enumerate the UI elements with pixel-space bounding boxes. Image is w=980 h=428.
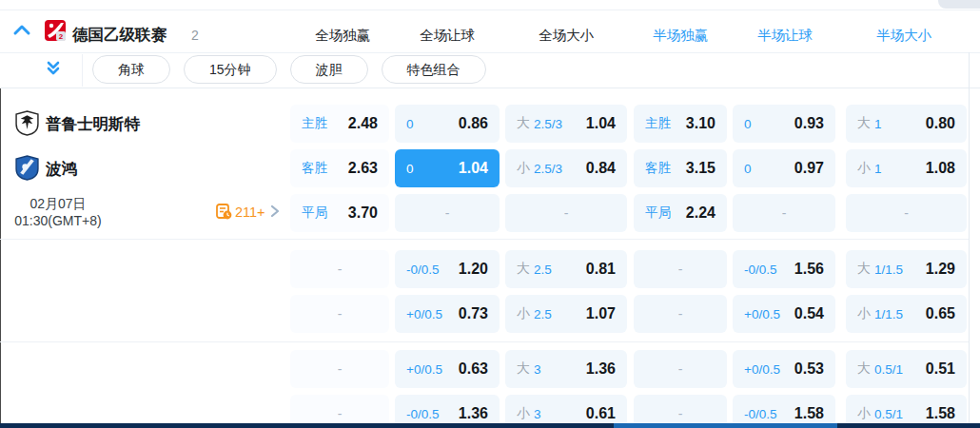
odds-line-label: -0/0.5 bbox=[744, 263, 777, 277]
empty-odds: - bbox=[678, 262, 683, 277]
odds-line-label: -0/0.5 bbox=[744, 407, 777, 421]
scrollbar-thumb[interactable] bbox=[614, 423, 837, 428]
odds-value: 3.15 bbox=[686, 160, 715, 177]
league-name: 德国乙级联赛 bbox=[72, 25, 167, 46]
market-filter-pills: 角球 15分钟 波胆 特色组合 bbox=[92, 55, 486, 84]
odds-line-label: 2.5/3 bbox=[534, 117, 562, 131]
scrollbar-top-cap bbox=[938, 0, 980, 9]
odds-cell-r0-c5[interactable]: 大10.80 bbox=[846, 105, 967, 143]
odds-cell-r5-c3: - bbox=[634, 350, 727, 388]
odds-cell-r3-c3: - bbox=[634, 250, 727, 288]
odds-value: 1.04 bbox=[459, 160, 488, 177]
odds-cell-r4-c1[interactable]: +0/0.50.73 bbox=[395, 295, 500, 333]
group-divider-1 bbox=[0, 239, 969, 240]
odds-value: 3.10 bbox=[686, 115, 715, 132]
odds-line-label: 2.5/3 bbox=[534, 162, 562, 176]
odds-value: 3.70 bbox=[348, 204, 378, 222]
odds-line-label: +0/0.5 bbox=[744, 307, 780, 321]
empty-odds: - bbox=[678, 306, 683, 321]
tab-full-time-1x2[interactable]: 全场独赢 bbox=[312, 27, 373, 45]
chevron-right-icon[interactable] bbox=[269, 204, 281, 218]
tab-half-time-handicap[interactable]: 半场让球 bbox=[755, 27, 815, 45]
odds-value: 1.08 bbox=[926, 160, 955, 177]
empty-odds: - bbox=[678, 361, 683, 377]
empty-odds: - bbox=[338, 361, 343, 377]
collapse-league-button[interactable] bbox=[11, 22, 32, 39]
odds-cell-r1-c4[interactable]: 00.97 bbox=[733, 149, 835, 187]
odds-cell-r4-c2[interactable]: 小2.51.07 bbox=[505, 295, 627, 333]
filter-correct-score[interactable]: 波胆 bbox=[290, 55, 368, 84]
odds-value: 1.20 bbox=[459, 261, 488, 278]
tab-half-time-1x2[interactable]: 半场独赢 bbox=[650, 27, 711, 45]
filter-specials[interactable]: 特色组合 bbox=[382, 55, 486, 84]
odds-cell-r2-c0[interactable]: 平局3.70 bbox=[290, 194, 389, 232]
odds-cell-r0-c0[interactable]: 主胜2.48 bbox=[290, 105, 389, 143]
odds-cell-r1-c0[interactable]: 客胜2.63 bbox=[290, 149, 389, 187]
odds-cell-r0-c1[interactable]: 00.86 bbox=[395, 105, 500, 143]
odds-value: 0.84 bbox=[586, 160, 616, 177]
odds-value: 2.63 bbox=[348, 160, 378, 177]
odds-value: 2.48 bbox=[348, 115, 378, 132]
odds-line-label: 1/1.5 bbox=[874, 307, 903, 321]
odds-cell-r1-c5[interactable]: 小11.08 bbox=[846, 149, 967, 187]
expand-markets-button[interactable] bbox=[44, 59, 63, 78]
odds-line-label: -0/0.5 bbox=[406, 407, 440, 421]
odds-value: 1.56 bbox=[794, 261, 824, 278]
tab-half-time-over-under[interactable]: 半场大小 bbox=[873, 27, 934, 45]
odds-line-label: 3 bbox=[534, 407, 541, 421]
odds-cell-r4-c4[interactable]: +0/0.50.54 bbox=[733, 295, 835, 333]
odds-cell-r1-c1[interactable]: 01.04 bbox=[395, 149, 500, 187]
odds-value: 1.58 bbox=[794, 405, 824, 422]
odds-cell-r0-c2[interactable]: 大2.5/31.04 bbox=[505, 105, 627, 143]
tab-full-time-over-under[interactable]: 全场大小 bbox=[536, 27, 597, 45]
empty-odds: - bbox=[338, 406, 343, 421]
away-team-logo bbox=[15, 155, 39, 181]
odds-cell-r4-c5[interactable]: 小1/1.50.65 bbox=[846, 295, 967, 333]
away-team-name: 波鸿 bbox=[46, 159, 77, 180]
odds-direction-label: 小 bbox=[857, 405, 871, 422]
odds-line-label: 0 bbox=[744, 162, 752, 176]
odds-cell-r1-c2[interactable]: 小2.5/30.84 bbox=[505, 149, 627, 187]
empty-odds: - bbox=[782, 205, 787, 221]
odds-cell-r2-c2: - bbox=[505, 194, 627, 232]
odds-cell-r3-c4[interactable]: -0/0.51.56 bbox=[733, 250, 835, 288]
odds-cell-r0-c3[interactable]: 主胜3.10 bbox=[634, 105, 727, 143]
odds-cell-r5-c5[interactable]: 大0.5/10.51 bbox=[846, 350, 967, 388]
odds-cell-r2-c1: - bbox=[395, 194, 500, 232]
odds-cell-r0-c4[interactable]: 00.93 bbox=[733, 105, 835, 143]
odds-line-label: 2.5 bbox=[534, 307, 552, 321]
odds-direction-label: 大 bbox=[857, 261, 871, 278]
match-time: 01:30(GMT+8) bbox=[2, 212, 114, 229]
odds-direction-label: 大 bbox=[517, 115, 530, 132]
odds-line-label: 0 bbox=[744, 117, 752, 131]
match-datetime: 02月07日 01:30(GMT+8) bbox=[2, 195, 114, 229]
odds-line-label: 平局 bbox=[645, 204, 671, 222]
odds-cell-r4-c3: - bbox=[634, 295, 727, 333]
filter-15-minutes[interactable]: 15分钟 bbox=[184, 55, 277, 84]
match-date: 02月07日 bbox=[2, 195, 114, 212]
odds-cell-r5-c1[interactable]: +0/0.50.63 bbox=[395, 350, 500, 388]
odds-cell-r5-c2[interactable]: 大31.36 bbox=[505, 350, 627, 388]
odds-cell-r5-c4[interactable]: +0/0.50.53 bbox=[733, 350, 835, 388]
odds-value: 0.97 bbox=[794, 160, 824, 177]
group-divider-2 bbox=[0, 341, 969, 342]
odds-cell-r3-c0: - bbox=[290, 250, 389, 288]
odds-line-label: 1 bbox=[874, 117, 882, 131]
odds-cell-r5-c0: - bbox=[290, 350, 389, 388]
home-team-logo bbox=[15, 110, 39, 136]
odds-value: 0.81 bbox=[586, 261, 616, 278]
odds-cell-r3-c5[interactable]: 大1/1.51.29 bbox=[846, 250, 967, 288]
filter-corners[interactable]: 角球 bbox=[92, 55, 170, 84]
odds-cell-r2-c3[interactable]: 平局2.24 bbox=[634, 194, 727, 232]
tab-full-time-handicap[interactable]: 全场让球 bbox=[417, 27, 478, 45]
horizontal-scrollbar[interactable] bbox=[0, 423, 980, 428]
odds-cell-r3-c2[interactable]: 大2.50.81 bbox=[505, 250, 627, 288]
odds-line-label: 主胜 bbox=[302, 115, 327, 132]
more-markets-button[interactable] bbox=[216, 204, 232, 220]
odds-value: 1.07 bbox=[586, 305, 616, 322]
odds-cell-r2-c5: - bbox=[846, 194, 967, 232]
odds-cell-r3-c1[interactable]: -0/0.51.20 bbox=[395, 250, 500, 288]
odds-cell-r1-c3[interactable]: 客胜3.15 bbox=[634, 149, 727, 187]
odds-value: 0.93 bbox=[794, 115, 824, 132]
betting-odds-page: 2 德国乙级联赛 2 全场独赢 全场让球 全场大小 半场独赢 半场让球 半场大小… bbox=[0, 0, 980, 428]
